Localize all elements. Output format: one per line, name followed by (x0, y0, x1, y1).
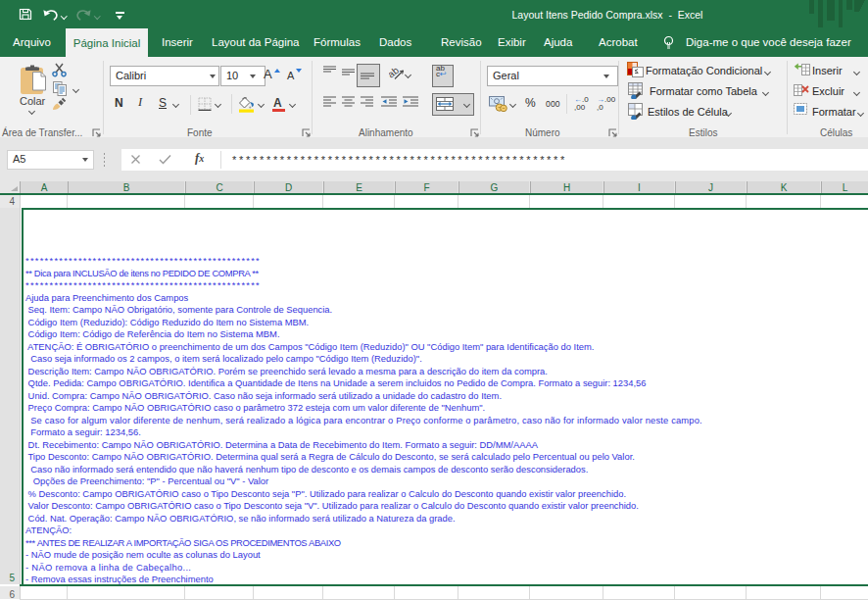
svg-text:ab: ab (389, 65, 401, 80)
